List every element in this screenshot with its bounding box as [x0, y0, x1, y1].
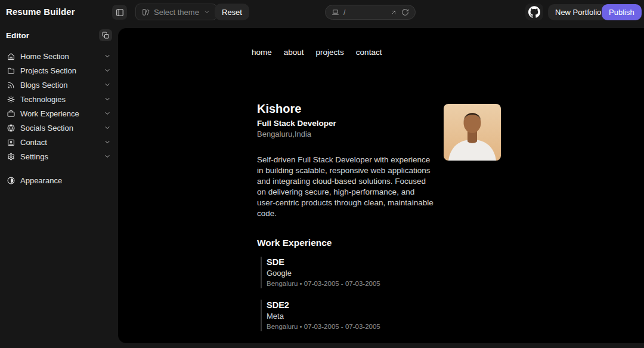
nav-link-about[interactable]: about — [284, 48, 304, 57]
app-title: Resume Builder — [6, 7, 75, 17]
chevron-down-icon — [104, 81, 111, 88]
sidebar-item-appearance[interactable]: Appearance — [6, 173, 112, 187]
sidebar-item-blogs-section[interactable]: Blogs Section — [6, 78, 112, 92]
contrast-icon — [7, 177, 15, 184]
github-button[interactable] — [525, 4, 543, 20]
url-input[interactable]: / — [343, 8, 386, 17]
work-entry-company: Google — [267, 269, 380, 278]
sidebar-item-label: Contact — [20, 138, 98, 147]
select-theme-dropdown[interactable]: Select theme — [135, 4, 217, 20]
sidebar-item-work-experience[interactable]: Work Experience — [6, 106, 112, 121]
work-experience-heading: Work Experience — [257, 238, 332, 248]
globe-icon — [7, 124, 15, 132]
chevron-down-icon — [203, 8, 210, 16]
sidebar-item-contact[interactable]: Contact — [6, 135, 112, 149]
new-portfolio-button[interactable]: New Portfolio — [548, 4, 608, 20]
sidebar-item-label: Projects Section — [20, 66, 98, 75]
laptop-icon — [332, 8, 339, 16]
folder-icon — [7, 67, 15, 75]
sidebar-title: Editor — [6, 31, 29, 40]
rss-icon — [7, 81, 15, 89]
preview-url-bar[interactable]: / — [325, 5, 416, 20]
app-header: Resume Builder Select theme Reset / New — [0, 0, 644, 24]
preview-nav: home about projects contact — [252, 48, 382, 57]
select-theme-label: Select theme — [154, 8, 199, 17]
chevron-down-icon — [104, 110, 111, 117]
sidebar-item-label: Appearance — [20, 176, 111, 185]
nav-link-projects[interactable]: projects — [316, 48, 344, 57]
nav-link-home[interactable]: home — [252, 48, 272, 57]
open-external-icon[interactable] — [390, 9, 397, 16]
sidebar-item-settings[interactable]: Settings — [6, 149, 112, 164]
sidebar-item-technologies[interactable]: Technologies — [6, 92, 112, 106]
sidebar-item-home-section[interactable]: Home Section — [6, 49, 112, 63]
work-entry: SDE2 Meta Bengaluru • 07-03-2005 - 07-03… — [261, 300, 380, 331]
hero-summary: Self-driven Full Stack Developer with ex… — [257, 155, 434, 219]
chevron-down-icon — [104, 124, 111, 131]
briefcase-icon — [7, 110, 15, 118]
chevron-down-icon — [104, 153, 111, 160]
portfolio-preview-panel: home about projects contact Kishore Full… — [118, 28, 644, 343]
refresh-icon[interactable] — [401, 8, 409, 16]
sidebar-item-label: Technologies — [20, 95, 98, 104]
profile-photo — [444, 104, 501, 161]
sidebar-item-label: Blogs Section — [20, 81, 98, 90]
copy-icon — [102, 32, 109, 39]
chevron-down-icon — [104, 138, 111, 146]
hero-role: Full Stack Developer — [257, 119, 336, 128]
hero-name: Kishore — [257, 102, 301, 116]
copy-sections-button[interactable] — [99, 29, 112, 41]
github-icon — [528, 6, 540, 18]
swatch-book-icon — [142, 8, 150, 16]
sidebar-item-projects-section[interactable]: Projects Section — [6, 63, 112, 78]
work-entry-title: SDE — [267, 257, 380, 267]
chevron-down-icon — [104, 67, 111, 74]
sidebar-item-label: Home Section — [20, 52, 98, 61]
editor-sidebar: Editor Home Section Projects Section Blo… — [0, 24, 118, 348]
publish-button[interactable]: Publish — [602, 4, 642, 20]
work-entry-title: SDE2 — [267, 300, 380, 310]
sidebar-item-label: Work Experience — [20, 109, 98, 118]
hero-location: Bengaluru,India — [257, 130, 311, 138]
sidebar-item-label: Socials Section — [20, 124, 98, 133]
nav-link-contact[interactable]: contact — [356, 48, 382, 57]
sidebar-toggle-button[interactable] — [112, 5, 127, 20]
sidebar-item-socials-section[interactable]: Socials Section — [6, 121, 112, 135]
id-card-icon — [7, 138, 15, 146]
panel-left-icon — [116, 8, 124, 17]
chevron-down-icon — [104, 96, 111, 103]
work-entry-meta: Bengaluru • 07-03-2005 - 07-03-2005 — [267, 323, 380, 330]
work-entry-meta: Bengaluru • 07-03-2005 - 07-03-2005 — [267, 280, 380, 287]
home-icon — [7, 53, 15, 60]
gear-icon — [7, 153, 15, 161]
cog-icon — [7, 96, 15, 103]
work-entry-company: Meta — [267, 312, 380, 321]
reset-button[interactable]: Reset — [215, 4, 249, 20]
chevron-down-icon — [104, 53, 111, 60]
sidebar-item-label: Settings — [20, 152, 98, 161]
work-entry: SDE Google Bengaluru • 07-03-2005 - 07-0… — [261, 257, 380, 288]
